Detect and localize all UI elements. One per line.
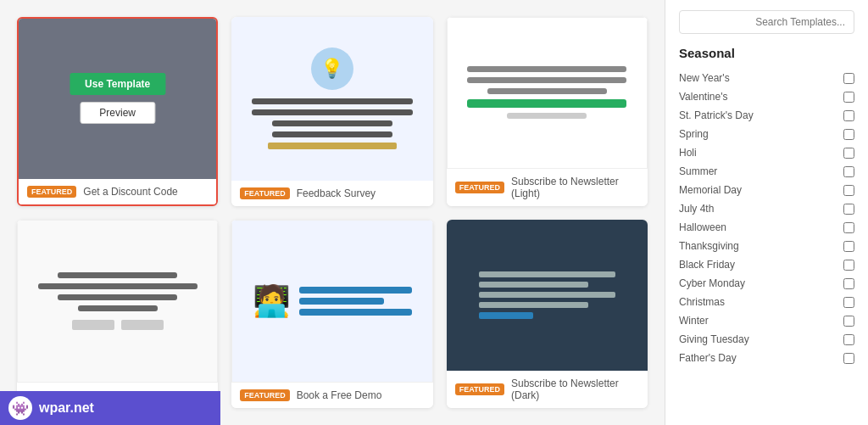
card-footer-5: FEATURED Book a Free Demo xyxy=(231,383,432,408)
filter-checkbox-12[interactable] xyxy=(843,297,854,308)
filter-checkbox-0[interactable] xyxy=(843,73,854,84)
filter-checkbox-2[interactable] xyxy=(843,110,854,121)
filter-checkbox-4[interactable] xyxy=(843,148,854,159)
filter-item-0: New Year's xyxy=(679,69,854,87)
filter-label-11: Cyber Monday xyxy=(679,277,745,289)
filter-item-11: Cyber Monday xyxy=(679,274,854,293)
filter-item-2: St. Patrick's Day xyxy=(679,106,854,125)
bottom-bar-text: wpar.net xyxy=(39,400,94,416)
filter-item-4: Holi xyxy=(679,143,854,162)
sidebar: Seasonal New Year'sValentine'sSt. Patric… xyxy=(665,0,868,425)
filter-checkbox-9[interactable] xyxy=(843,241,854,252)
template-card-2[interactable]: 💡 FEATURED Feedback Survey xyxy=(231,17,432,206)
card-footer-6: FEATURED Subscribe to Newsletter (Dark) xyxy=(447,371,648,408)
template-card-4[interactable]: Get a Coupon Code xyxy=(17,220,218,409)
filter-label-10: Black Friday xyxy=(679,259,735,271)
card-footer-3: FEATURED Subscribe to Newsletter (Light) xyxy=(447,169,648,206)
filter-item-5: Summer xyxy=(679,162,854,181)
filter-label-6: Memorial Day xyxy=(679,184,742,196)
person-icon: 🧑‍💻 xyxy=(253,283,291,319)
card-title-6: Subscribe to Newsletter (Dark) xyxy=(511,377,639,401)
filter-label-4: Holi xyxy=(679,147,697,159)
filter-item-12: Christmas xyxy=(679,293,854,311)
preview-button[interactable]: Preview xyxy=(80,102,155,124)
filter-checkbox-10[interactable] xyxy=(843,260,854,271)
filter-item-8: Halloween xyxy=(679,218,854,237)
card-footer-2: FEATURED Feedback Survey xyxy=(231,181,432,206)
filter-label-13: Winter xyxy=(679,315,709,327)
featured-badge-5: FEATURED xyxy=(240,389,289,401)
template-card-1[interactable]: Use Template Preview ← FEATURED Get a Di… xyxy=(17,17,218,206)
card-title-3: Subscribe to Newsletter (Light) xyxy=(511,176,639,199)
filter-list: New Year'sValentine'sSt. Patrick's DaySp… xyxy=(679,69,854,367)
filter-label-7: July 4th xyxy=(679,203,714,215)
card-title-2: Feedback Survey xyxy=(297,187,376,199)
filter-checkbox-15[interactable] xyxy=(843,353,854,364)
template-card-6[interactable]: FEATURED Subscribe to Newsletter (Dark) xyxy=(447,220,648,409)
filter-item-14: Giving Tuesday xyxy=(679,330,854,349)
featured-badge-6: FEATURED xyxy=(455,383,504,395)
seasonal-section-title: Seasonal xyxy=(679,46,854,60)
filter-checkbox-1[interactable] xyxy=(843,92,854,103)
filter-label-0: New Year's xyxy=(679,72,730,84)
featured-badge: FEATURED xyxy=(27,186,76,198)
use-template-button[interactable]: Use Template xyxy=(70,73,165,95)
template-card-3[interactable]: FEATURED Subscribe to Newsletter (Light) xyxy=(447,17,648,206)
filter-checkbox-6[interactable] xyxy=(843,185,854,196)
filter-label-14: Giving Tuesday xyxy=(679,333,749,345)
filter-label-9: Thanksgiving xyxy=(679,240,739,252)
templates-grid: Use Template Preview ← FEATURED Get a Di… xyxy=(0,0,665,425)
filter-checkbox-14[interactable] xyxy=(843,334,854,345)
filter-item-13: Winter xyxy=(679,311,854,330)
bulb-icon: 💡 xyxy=(320,58,343,80)
card-title-1: Get a Discount Code xyxy=(83,186,177,198)
filter-item-6: Memorial Day xyxy=(679,181,854,199)
featured-badge-3: FEATURED xyxy=(455,182,504,193)
filter-label-3: Spring xyxy=(679,128,709,140)
filter-label-12: Christmas xyxy=(679,296,725,308)
filter-item-7: July 4th xyxy=(679,199,854,218)
filter-label-8: Halloween xyxy=(679,221,726,233)
card-title-5: Book a Free Demo xyxy=(297,389,382,401)
search-input[interactable] xyxy=(679,10,854,34)
filter-checkbox-5[interactable] xyxy=(843,166,854,177)
bottom-bar: 👾 wpar.net xyxy=(0,391,220,425)
bottom-bar-logo: 👾 xyxy=(8,396,32,420)
filter-checkbox-8[interactable] xyxy=(843,222,854,233)
filter-label-2: St. Patrick's Day xyxy=(679,109,754,121)
filter-checkbox-7[interactable] xyxy=(843,204,854,215)
featured-badge-2: FEATURED xyxy=(240,187,289,199)
filter-checkbox-11[interactable] xyxy=(843,278,854,289)
filter-item-1: Valentine's xyxy=(679,87,854,106)
card-hover-buttons: Use Template Preview xyxy=(70,73,165,124)
card-footer-1: FEATURED Get a Discount Code xyxy=(19,179,216,204)
filter-item-9: Thanksgiving xyxy=(679,237,854,255)
filter-checkbox-13[interactable] xyxy=(843,316,854,327)
filter-item-15: Father's Day xyxy=(679,349,854,367)
filter-item-10: Black Friday xyxy=(679,255,854,274)
template-card-5[interactable]: 🧑‍💻 FEATURED Book a Free Demo xyxy=(231,220,432,409)
filter-label-15: Father's Day xyxy=(679,352,737,364)
filter-label-1: Valentine's xyxy=(679,91,727,103)
filter-label-5: Summer xyxy=(679,165,717,177)
filter-item-3: Spring xyxy=(679,125,854,143)
filter-checkbox-3[interactable] xyxy=(843,129,854,140)
